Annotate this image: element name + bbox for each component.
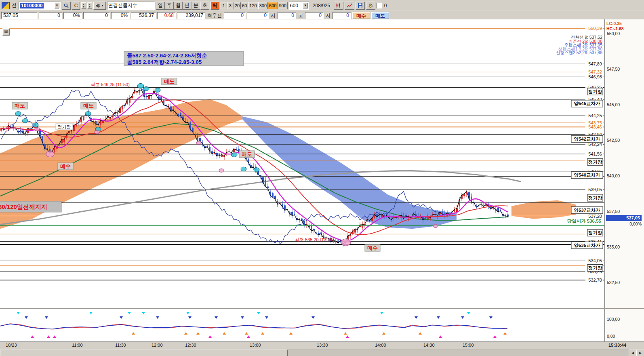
svg-text:546,98: 546,98 bbox=[588, 74, 602, 79]
svg-text:정거장: 정거장 bbox=[588, 230, 602, 235]
oscillator-svg[interactable] bbox=[0, 309, 605, 342]
time-tick-label: 15:00 bbox=[463, 343, 474, 348]
price-scale[interactable]: LC:0.35 HC:-1.68 550,00547,50545,00542,5… bbox=[605, 19, 644, 308]
count-value: 600 bbox=[290, 3, 298, 8]
period-button[interactable]: 주 bbox=[165, 2, 174, 10]
svg-text:매수: 매수 bbox=[367, 245, 378, 251]
interval-button[interactable]: 20 bbox=[234, 2, 241, 9]
main-toolbar: 전 10100000 ▼ C ▲▼ ▲▼ ▼ 연결선물지수 일주월년분초 틱 1… bbox=[0, 0, 644, 11]
prev-close-field: 536.37 bbox=[131, 12, 156, 19]
time-tick-label: 14:30 bbox=[423, 343, 435, 348]
sell-button[interactable]: 매도 bbox=[371, 12, 389, 19]
diff-field: 0.68 bbox=[157, 12, 176, 19]
price-tick-label: 550,00 bbox=[607, 31, 620, 36]
interval-button[interactable]: 3 bbox=[227, 2, 234, 9]
scrollbar-thumb[interactable] bbox=[0, 350, 288, 356]
svg-text:매도: 매도 bbox=[164, 78, 175, 84]
period-button[interactable]: 분 bbox=[192, 2, 200, 10]
current-time: 15:33:44 bbox=[608, 343, 626, 348]
c-button[interactable]: C bbox=[72, 2, 80, 10]
current-price-field: 537.05 bbox=[1, 12, 38, 19]
svg-text:532,70: 532,70 bbox=[588, 278, 602, 282]
ichimoku-legend: 전환선 9: 537,52기준선 26: 538,08후행스팬 26: 537,… bbox=[556, 36, 602, 55]
open-label: 시 bbox=[270, 12, 276, 19]
period-button[interactable]: 초 bbox=[200, 2, 209, 10]
period-button[interactable]: 년 bbox=[183, 2, 192, 10]
trading-chart-window: 전 10100000 ▼ C ▲▼ ▲▼ ▼ 연결선물지수 일주월년분초 틱 1… bbox=[0, 0, 644, 356]
scroll-right-icon[interactable]: ▶ bbox=[636, 350, 644, 356]
open-field: 0 bbox=[278, 12, 296, 19]
time-tick-label: 10/23 bbox=[6, 343, 17, 348]
chart-region: 550,39547,89547,32546,98546,25545,40544,… bbox=[0, 19, 644, 308]
best-bid-field: 0 bbox=[224, 12, 246, 19]
save-icon[interactable] bbox=[356, 2, 365, 10]
interval-button[interactable]: 60 bbox=[241, 2, 248, 9]
symbol-value: 10100000 bbox=[20, 3, 44, 8]
sell-marker bbox=[15, 112, 21, 116]
svg-text:539,05: 539,05 bbox=[588, 187, 602, 192]
period-tick-button[interactable]: 틱 bbox=[210, 2, 219, 10]
price-tick-label: 537,50 bbox=[607, 209, 620, 214]
period-button[interactable]: 월 bbox=[174, 2, 183, 10]
buy-marker bbox=[46, 151, 54, 157]
interval-button[interactable]: 600 bbox=[268, 2, 278, 9]
current-price-pct: 0,00% bbox=[606, 221, 642, 226]
svg-text:양542교차가: 양542교차가 bbox=[574, 137, 600, 141]
price-tick-label: 540,00 bbox=[607, 173, 620, 178]
sell-marker bbox=[232, 153, 237, 157]
indicator-panel: 100,000,00 bbox=[0, 308, 644, 342]
sound-icon[interactable]: ▼ bbox=[93, 2, 106, 10]
day-open-label: 당일시가 536,55 bbox=[567, 219, 602, 223]
change-pct-field: 0% bbox=[63, 12, 82, 19]
sell-marker bbox=[254, 168, 259, 172]
main-chart-svg[interactable]: 550,39547,89547,32546,98546,25545,40544,… bbox=[0, 19, 605, 308]
symbol-dropdown-icon[interactable]: ▼ bbox=[55, 3, 59, 8]
scroll-left-icon[interactable]: ◀ bbox=[629, 350, 637, 356]
interval-button[interactable]: 300 bbox=[258, 2, 268, 9]
svg-text:양545교차가: 양545교차가 bbox=[574, 101, 600, 106]
value2-field: 0 bbox=[83, 12, 110, 19]
interval-button[interactable]: 1 bbox=[221, 2, 227, 9]
count-dropdown-icon[interactable]: ▼ bbox=[303, 3, 308, 8]
high-field: 0 bbox=[305, 12, 324, 19]
line-chart-icon[interactable] bbox=[345, 2, 354, 10]
bar-progress: 208/925 bbox=[310, 3, 333, 8]
current-price-box: 537,05 bbox=[606, 215, 642, 221]
instrument-select[interactable]: 연결선물지수 bbox=[107, 2, 155, 10]
time-tick-label: 13:00 bbox=[250, 343, 261, 348]
buy-button[interactable]: 매수 bbox=[352, 12, 370, 19]
quote-bar: 537.05 0 0% 0 0% 536.37 0.68 239,017 최우선… bbox=[0, 11, 644, 19]
overlay-checkbox[interactable] bbox=[377, 3, 382, 8]
svg-text:정거장: 정거장 bbox=[588, 265, 602, 270]
checkbox-label: 0 bbox=[383, 3, 388, 8]
time-tick-label: 14:00 bbox=[375, 343, 386, 348]
svg-text:양537교차가: 양537교차가 bbox=[574, 208, 600, 213]
time-tick-label: 12:30 bbox=[185, 343, 196, 348]
volume-field: 239,017 bbox=[177, 12, 205, 19]
svg-text:매도: 매도 bbox=[242, 151, 252, 157]
change-field: 0 bbox=[39, 12, 62, 19]
search-icon[interactable] bbox=[62, 2, 71, 10]
symbol-input[interactable]: 10100000 ▼ bbox=[19, 2, 61, 10]
interval-button[interactable]: 120 bbox=[248, 2, 258, 9]
horizontal-scrollbar[interactable]: ◀ ▶ bbox=[0, 349, 644, 356]
count-select[interactable]: 600 ▼ bbox=[289, 2, 309, 10]
candle-chart-icon[interactable] bbox=[334, 2, 343, 10]
symbol-stepper[interactable]: ▲▼ bbox=[81, 2, 86, 9]
svg-text:544,25: 544,25 bbox=[588, 113, 602, 118]
price-tick-label: 535,00 bbox=[607, 244, 620, 249]
low-note: 최저 535,20 (13:45) bbox=[295, 237, 334, 242]
app-icon[interactable] bbox=[2, 2, 10, 9]
price-tick-label: 545,00 bbox=[607, 102, 620, 107]
settings-gear-icon[interactable]: ⚙ bbox=[366, 2, 375, 10]
sell-marker bbox=[85, 112, 91, 116]
buy-marker bbox=[35, 128, 40, 131]
interval-button[interactable]: 900 bbox=[278, 2, 287, 9]
period-button[interactable]: 일 bbox=[156, 2, 165, 10]
time-axis: 15:33:44 10/2311:0011:3012:0012:3013:001… bbox=[0, 341, 644, 349]
buy-marker bbox=[341, 239, 351, 246]
chart-grid-icon[interactable]: ▦ bbox=[2, 28, 10, 36]
indicator-scale: 100,000,00 bbox=[605, 309, 644, 342]
value-stepper[interactable]: ▲▼ bbox=[87, 2, 92, 9]
svg-text:542,24: 542,24 bbox=[588, 142, 602, 147]
